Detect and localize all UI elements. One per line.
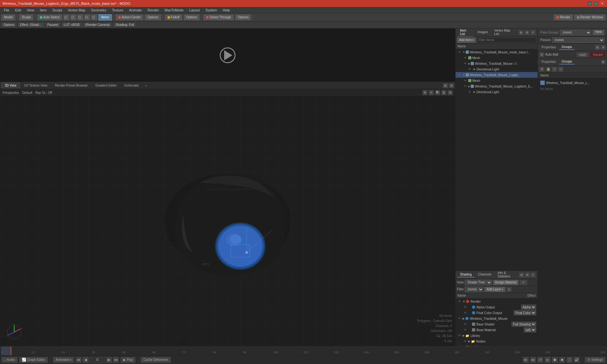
visibility-icon[interactable]: 👁 (463, 79, 468, 82)
auto-select-button[interactable]: Auto Select (37, 14, 62, 21)
play-preview-button[interactable] (220, 47, 236, 63)
pgp-icon-2[interactable]: 🔒 (545, 66, 551, 72)
sh-row-library[interactable]: 👁 ▶ 📁 Library (456, 333, 537, 338)
select-through-button[interactable]: Select Through (203, 14, 234, 21)
vp-ctrl-4[interactable]: ⊞ (441, 90, 446, 95)
timeline-ruler[interactable]: 0122436486072849610812013214415616818019… (1, 347, 606, 355)
pgp-group-item[interactable]: Wireless_Trackball_Mouse_L... (540, 80, 604, 86)
vp-ctrl-5[interactable]: ⚙ (448, 90, 453, 95)
menu-help[interactable]: Help (220, 8, 232, 13)
discard-button[interactable]: Discard (590, 52, 606, 58)
filter-select[interactable]: (none) (465, 287, 483, 292)
options-btn-secondary[interactable]: Options (1, 22, 16, 27)
visibility-icon[interactable]: 👁 (463, 306, 468, 309)
visibility-icon[interactable]: 👁 (463, 328, 468, 331)
falloff-button[interactable]: Falloff (165, 14, 182, 21)
sh-row-render[interactable]: 👁 ▼ Render (456, 299, 537, 304)
expand-arrow[interactable] (468, 62, 470, 65)
menu-system[interactable]: System (203, 8, 220, 13)
tab-channels[interactable]: Channels (475, 272, 494, 277)
tab-inner-properties[interactable]: Properties (539, 59, 559, 64)
visibility-icon[interactable]: 👁 (457, 51, 462, 54)
new-pass-group-button[interactable]: New (592, 30, 604, 35)
final-color-effect-select[interactable]: Final Color (514, 310, 536, 315)
render-window-button[interactable]: Render Window (574, 14, 606, 21)
sh-row-final-color[interactable]: 👁 Final Color Output Final Color (456, 310, 537, 316)
animated-button[interactable]: Animated ▾ (53, 357, 74, 363)
item-list-expand-icon[interactable]: ⊞ (518, 30, 524, 35)
menu-render[interactable]: Render (145, 8, 162, 13)
pb-icon-1[interactable]: ⏭ (523, 357, 529, 363)
shading-full-btn[interactable]: Shading: Full (113, 22, 136, 27)
shading-s-btn[interactable]: S (506, 287, 512, 292)
menu-vertexmap[interactable]: Vertex Map (65, 8, 88, 13)
visibility-icon[interactable]: 👁 (467, 90, 472, 94)
menu-sculpt[interactable]: Sculpt (50, 8, 65, 13)
tab-shading[interactable]: Shading (457, 272, 474, 277)
visibility-icon[interactable]: 👁 (457, 317, 462, 320)
shading-filter-btn[interactable]: F (520, 280, 527, 285)
add-tab-button[interactable]: + (143, 83, 149, 88)
expand-arrow[interactable] (468, 85, 470, 88)
sh-row-alpha-output[interactable]: 👁 Alpha Output Alpha (456, 304, 537, 310)
visibility-icon[interactable]: 👁 (457, 73, 462, 76)
visibility-icon[interactable]: 👁 (457, 300, 462, 303)
visibility-icon[interactable]: 👁 (463, 311, 468, 314)
tab-info-statistics[interactable]: Info & Statistics (495, 270, 518, 279)
transport-to-start[interactable]: ⏮ (76, 357, 82, 363)
apply-button[interactable]: Apply (576, 52, 589, 58)
pgp-icon-1[interactable]: 👁 (539, 66, 545, 72)
render-camera-btn[interactable]: (Render Camera) (83, 22, 112, 27)
shader-tree-select[interactable]: Shader Tree (465, 280, 492, 285)
assign-material-button[interactable]: Assign Material (493, 280, 519, 285)
item-row-mesh1[interactable]: 👁 Mesh (456, 55, 537, 61)
effect-label[interactable]: Effect: (Shadi... (18, 22, 44, 27)
3d-viewport[interactable]: Perspective Default Ray GL: Off ⚙ ↺ 🔍 ⊞ … (0, 89, 455, 346)
item-list-filter-icon[interactable]: F (530, 30, 536, 35)
transport-next-frame[interactable]: ▶ (106, 357, 112, 363)
expand-arrow[interactable] (463, 51, 465, 54)
base-shader-effect-select[interactable]: Full Shading (512, 322, 536, 327)
tab-gradient-editor[interactable]: Gradient Editor (92, 83, 120, 88)
tab-vertex-map-list[interactable]: Vertex Map List (492, 28, 517, 37)
items-button[interactable]: Items (98, 14, 112, 21)
menu-animate[interactable]: Animate (126, 8, 144, 13)
pgp-icon-3[interactable]: ⬡ (552, 66, 557, 72)
tab-properties[interactable]: Properties (539, 45, 559, 50)
menu-edit[interactable]: Edit (13, 8, 24, 13)
action-center-button[interactable]: Action Center (115, 14, 144, 21)
base-material-effect-select[interactable]: (all) (524, 327, 536, 332)
toolbar-icon-5[interactable]: ⬡ (91, 14, 97, 21)
tab-inner-groups[interactable]: Groups (559, 59, 575, 64)
pb-icon-3[interactable]: ↺ (537, 357, 543, 363)
filter-items-input[interactable] (477, 37, 536, 43)
visibility-icon[interactable]: 👁 (457, 334, 462, 337)
menu-layout[interactable]: Layout (187, 8, 202, 13)
menu-maxtomodo[interactable]: MaxToModo (162, 8, 186, 13)
item-row-root[interactable]: 👁 Wireless_Trackball_Mouse_modo_base.l..… (456, 49, 537, 55)
tab-images[interactable]: Images (475, 30, 490, 35)
item-row-mesh2[interactable]: 👁 Mesh (456, 78, 537, 83)
visibility-icon[interactable]: 👁 (463, 340, 468, 343)
menu-view[interactable]: View (24, 8, 37, 13)
properties-expand-icon[interactable]: ⊞ (595, 45, 600, 50)
menu-item[interactable]: Item (37, 8, 49, 13)
lut-btn[interactable]: LUT: sRGB (62, 22, 82, 27)
expand-arrow[interactable]: ▼ (463, 300, 465, 303)
visibility-icon[interactable]: 👁 (463, 323, 468, 326)
sh-row-base-material[interactable]: 👁 Base Material (all) (456, 327, 537, 333)
vp-ctrl-3[interactable]: 🔍 (435, 90, 440, 95)
cache-deformers-button[interactable]: Cache Deformers (140, 357, 171, 363)
tab-3d-view[interactable]: 3D View (1, 83, 20, 88)
graph-editor-button[interactable]: 📈 Graph Editor (19, 357, 48, 363)
expand-arrow[interactable]: ▶ (463, 334, 465, 337)
item-row-dir-light2[interactable]: 👁 ☀ Directional Light (456, 89, 537, 95)
pb-icon-5[interactable]: ⏹ (552, 357, 558, 363)
minimize-button[interactable]: ─ (587, 1, 592, 6)
play-button[interactable]: ▶ Play (120, 357, 136, 363)
options-button-3[interactable]: Options (235, 14, 251, 21)
visibility-icon[interactable]: 👁 (463, 85, 468, 88)
toolbar-icon-1[interactable]: ⬡ (63, 14, 70, 21)
tab-groups[interactable]: Groups (559, 45, 575, 50)
menu-texture[interactable]: Texture (109, 8, 126, 13)
